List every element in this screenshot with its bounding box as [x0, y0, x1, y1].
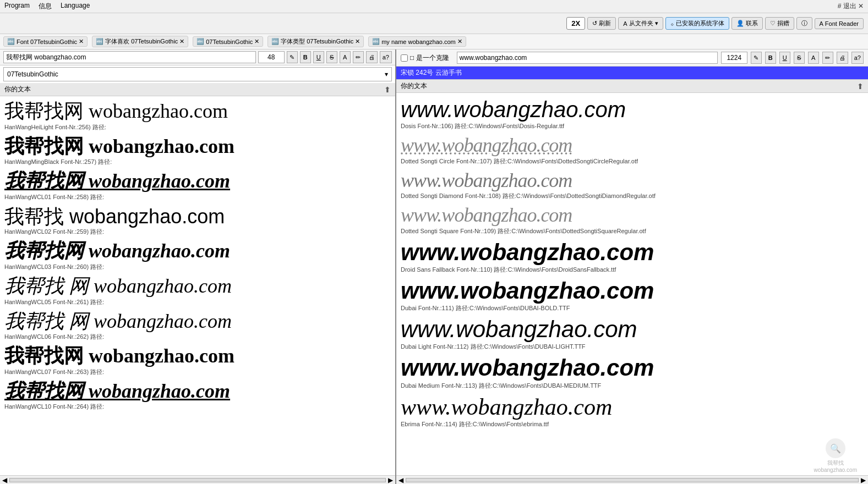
right-hscroll[interactable]: ◀ ▶: [396, 475, 868, 484]
tab-icon-2: 🔤: [96, 38, 103, 45]
left-btn-pencil[interactable]: ✏: [353, 51, 364, 63]
left-text-input[interactable]: [3, 51, 256, 63]
left-btn-underline[interactable]: U: [313, 51, 324, 63]
right-btn-underline[interactable]: U: [779, 52, 790, 64]
tab-close-1[interactable]: ✕: [79, 38, 84, 45]
right-font-preview: www.wobangzhao.com: [401, 317, 864, 342]
right-hscroll-left[interactable]: ◀: [398, 476, 403, 484]
tab-4[interactable]: 🔤 字体类型 07TetsubinGothic ✕: [268, 36, 364, 47]
left-scroll-label: 你的文本 ⬆: [0, 83, 395, 96]
left-font-meta: HanWangWCL07 Font-Nr.:263) 路径:: [4, 368, 391, 376]
btn-2x[interactable]: 2X: [566, 17, 585, 30]
left-font-entry: 我帮找 网 wobangzhao.comHanWangWCL05 Font-Nr…: [4, 276, 391, 306]
right-font-preview: www.wobangzhao.com: [401, 355, 864, 381]
left-hscroll[interactable]: ◀ ▶: [0, 475, 395, 484]
left-font-preview: 我帮找网 wobangzhao.com: [4, 101, 391, 123]
btn-info[interactable]: ⓘ: [796, 17, 812, 30]
left-font-entry: 我帮找网 wobangzhao.comHanWangWCL10 Font-Nr.…: [4, 381, 391, 411]
left-btn-bold[interactable]: B: [300, 51, 311, 63]
left-font-preview: 我帮找网 wobangzhao.com: [4, 170, 391, 193]
left-size-input[interactable]: [258, 51, 285, 63]
tab-icon-3: 🔤: [196, 38, 204, 45]
left-font-list[interactable]: 我帮找网 wobangzhao.comHanWangHeiLight Font-…: [0, 96, 395, 475]
right-pane: □ 是一个克隆 ✎ B U S A ✏ 🖨 a? 宋锁 242号 云游手书 你的…: [396, 50, 868, 484]
tab-1[interactable]: 🔤 Font 07TetsubinGothic ✕: [3, 36, 88, 47]
btn-font-reader[interactable]: A Font Reader: [815, 18, 864, 29]
left-font-entry: 我帮找 网 wobangzhao.comHanWangWCL06 Font-Nr…: [4, 311, 391, 342]
right-hscroll-right[interactable]: ▶: [861, 476, 866, 484]
right-text-input[interactable]: [457, 52, 718, 64]
right-font-meta: Dotted Songti Square Font-Nr.:109) 路径:C:…: [401, 227, 864, 235]
watermark-icon: 🔍: [826, 438, 845, 458]
left-font-meta: HanWangWCL02 Font-Nr.:259) 路径:: [4, 228, 391, 236]
left-hscroll-right[interactable]: ▶: [388, 476, 393, 484]
left-font-preview: 我帮找网 wobangzhao.com: [4, 381, 391, 403]
left-font-selector-arrow[interactable]: ▾: [385, 70, 388, 78]
menu-info[interactable]: 信息: [39, 2, 52, 11]
left-btn-print[interactable]: 🖨: [366, 51, 378, 63]
right-size-input[interactable]: [721, 52, 747, 64]
right-font-list[interactable]: www.wobangzhao.comDosis Font-Nr.:106) 路径…: [396, 93, 868, 475]
tab-close-5[interactable]: ✕: [457, 38, 462, 45]
right-btn-color[interactable]: A: [808, 52, 819, 64]
installed-icon: ⬦: [670, 20, 674, 27]
right-btn-aa[interactable]: a?: [851, 52, 864, 64]
left-font-meta: HanWangWCL03 Font-Nr.:260) 路径:: [4, 263, 391, 271]
right-font-meta: Ebrima Font-Nr.:114) 路径:C:\Windows\Fonts…: [401, 420, 864, 428]
clone-checkbox[interactable]: [401, 54, 408, 62]
btn-donate[interactable]: ♡ 捐赠: [765, 17, 794, 30]
left-btn-edit[interactable]: ✎: [287, 51, 298, 63]
left-font-entry: 我帮找网 wobangzhao.comHanWangWCL03 Font-Nr.…: [4, 240, 391, 271]
tab-bar: 🔤 Font 07TetsubinGothic ✕ 🔤 字体喜欢 07Tetsu…: [0, 34, 868, 50]
tab-5[interactable]: 🔤 my name wobangzhao.com ✕: [368, 36, 466, 47]
tab-close-3[interactable]: ✕: [254, 38, 259, 45]
tab-3[interactable]: 🔤 07TetsubinGothic ✕: [193, 36, 263, 47]
clone-checkbox-label[interactable]: □ 是一个克隆: [401, 53, 449, 63]
btn-installed[interactable]: ⬦ 已安装的系统字体: [665, 17, 729, 30]
left-font-preview: 我帮找 网 wobangzhao.com: [4, 276, 391, 298]
right-btn-bold[interactable]: B: [765, 52, 776, 64]
tab-close-2[interactable]: ✕: [179, 38, 184, 45]
contact-icon: 👤: [736, 20, 744, 27]
donate-icon: ♡: [770, 20, 776, 27]
right-scroll-icon: ⬆: [857, 82, 864, 91]
right-font-preview: www.wobangzhao.com: [401, 394, 864, 420]
left-font-preview: 我帮找 网 wobangzhao.com: [4, 311, 391, 333]
btn-from-file[interactable]: A 从文件夹 ▾: [618, 17, 663, 30]
left-hscroll-left[interactable]: ◀: [2, 476, 7, 484]
right-font-preview: www.wobangzhao.com: [401, 170, 864, 192]
left-font-preview: 我帮找网 wobangzhao.com: [4, 345, 391, 367]
menu-program[interactable]: Program: [4, 2, 30, 11]
refresh-icon: ↺: [592, 20, 597, 27]
tab-close-4[interactable]: ✕: [355, 38, 360, 45]
left-font-entry: 我帮找网 wobangzhao.comHanWangHeiLight Font-…: [4, 101, 391, 131]
right-btn-print[interactable]: 🖨: [837, 52, 848, 64]
right-font-preview: www.wobangzhao.com: [401, 205, 864, 227]
left-font-preview: 我帮找网 wobangzhao.com: [4, 240, 391, 262]
watermark-line2: wobangzhao.com: [814, 467, 857, 473]
dropdown-arrow: ▾: [655, 20, 658, 27]
tab-2[interactable]: 🔤 字体喜欢 07TetsubinGothic ✕: [92, 36, 188, 47]
tab-icon-1: 🔤: [7, 38, 15, 45]
btn-contact[interactable]: 👤 联系: [731, 17, 763, 30]
left-btn-aa[interactable]: a?: [380, 51, 392, 63]
menu-language[interactable]: Language: [61, 2, 90, 11]
left-btn-color[interactable]: A: [340, 51, 351, 63]
exit-label[interactable]: # 退出 ✕: [838, 2, 864, 10]
right-font-meta: Dubai Font-Nr.:111) 路径:C:\Windows\Fonts\…: [401, 304, 864, 312]
right-font-entry: www.wobangzhao.comDroid Sans Fallback Fo…: [401, 240, 864, 274]
left-btn-strike[interactable]: S: [326, 51, 337, 63]
left-pane: ✎ B U S A ✏ 🖨 a? 07TetsubinGothic ▾ 你的文本…: [0, 50, 396, 484]
right-font-meta: Droid Sans Fallback Font-Nr.:110) 路径:C:\…: [401, 266, 864, 274]
left-font-meta: HanWangMingBlack Font-Nr.:257) 路径:: [4, 158, 391, 166]
right-btn-strike[interactable]: S: [794, 52, 805, 64]
right-btn-pencil[interactable]: ✏: [822, 52, 833, 64]
right-btn-edit[interactable]: ✎: [751, 52, 762, 64]
left-font-entry: 我帮找网 wobangzhao.comHanWangWCL01 Font-Nr.…: [4, 170, 391, 201]
watermark-line1: 我帮找: [814, 459, 857, 467]
toolbar-right: 2X ↺ 刷新 A 从文件夹 ▾ ⬦ 已安装的系统字体 👤 联系 ♡ 捐赠 ⓘ …: [566, 17, 864, 30]
left-font-meta: HanWangWCL06 Font-Nr.:262) 路径:: [4, 333, 391, 341]
menu-bar: Program 信息 Language # 退出 ✕: [0, 0, 868, 13]
main-area: ✎ B U S A ✏ 🖨 a? 07TetsubinGothic ▾ 你的文本…: [0, 50, 868, 484]
btn-refresh[interactable]: ↺ 刷新: [587, 17, 616, 30]
